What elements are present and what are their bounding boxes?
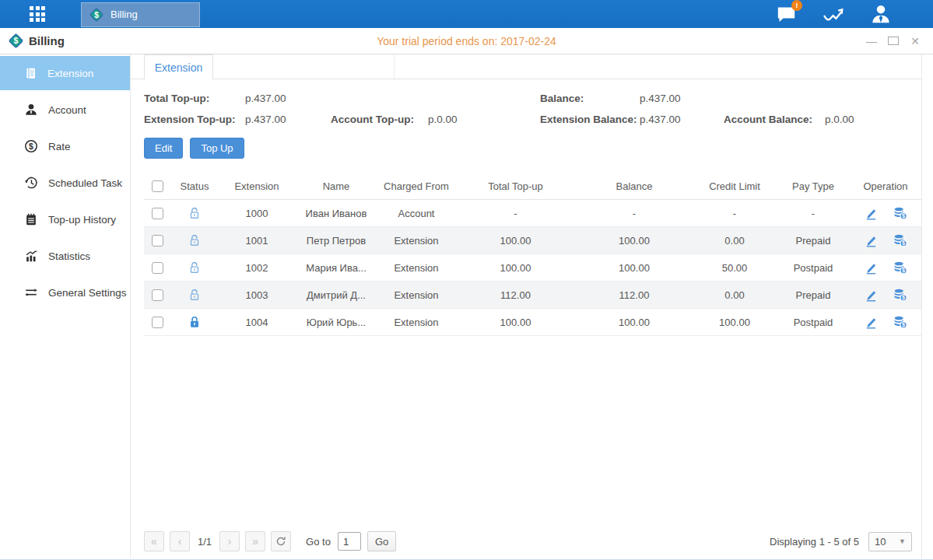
- svg-text:$: $: [902, 240, 905, 247]
- sidebar-item-account[interactable]: Account: [0, 93, 130, 127]
- app-launcher-icon[interactable]: [30, 6, 45, 22]
- sidebar: Extension Account $ Rate Scheduled Task: [0, 54, 131, 558]
- sidebar-item-label: Extension: [47, 68, 93, 79]
- go-button[interactable]: Go: [367, 531, 396, 551]
- user-account-icon[interactable]: [869, 2, 893, 26]
- trial-notice: Your trial period ends on: 2017-02-24: [0, 35, 933, 47]
- table-row: 1003 Дмитрий Д... Extension 112.00 112.0…: [144, 282, 921, 309]
- edit-row-icon[interactable]: [864, 261, 879, 275]
- top-up-row-icon[interactable]: $: [893, 260, 908, 275]
- top-up-row-icon[interactable]: $: [893, 205, 908, 221]
- top-up-row-icon[interactable]: $: [893, 314, 908, 330]
- edit-row-icon[interactable]: [864, 288, 879, 303]
- sidebar-item-statistics[interactable]: Statistics: [0, 239, 130, 273]
- top-up-row-icon[interactable]: $: [893, 287, 908, 303]
- cell-credit-limit: 50.00: [693, 262, 777, 274]
- first-page-button[interactable]: «: [144, 531, 164, 551]
- maximize-button[interactable]: [888, 37, 899, 45]
- tab-extension[interactable]: Extension: [144, 54, 213, 79]
- billing-app-window: $ Billing !: [0, 0, 933, 560]
- balance-value: p.437.00: [640, 93, 724, 104]
- row-checkbox[interactable]: [152, 262, 163, 274]
- sidebar-item-topup-history[interactable]: Top-up History: [0, 202, 130, 236]
- svg-text:$: $: [94, 10, 99, 19]
- cell-credit-limit: 100.00: [693, 317, 777, 328]
- goto-page-input[interactable]: [338, 532, 361, 551]
- col-pay-type: Pay Type: [777, 180, 850, 192]
- cell-credit-limit: 0.00: [693, 289, 777, 301]
- page-size-value: 10: [875, 536, 886, 548]
- page-indicator: 1/1: [198, 536, 212, 548]
- goto-label: Go to: [306, 536, 331, 548]
- ledger-icon: [24, 66, 37, 80]
- edit-row-icon[interactable]: [864, 206, 879, 221]
- cell-pay-type: Prepaid: [777, 289, 850, 301]
- close-button[interactable]: ✕: [910, 35, 921, 47]
- svg-text:$: $: [902, 213, 905, 219]
- cell-charged-from: Extension: [377, 235, 455, 247]
- history-clock-icon: [24, 176, 38, 190]
- col-balance: Balance: [576, 180, 693, 192]
- edit-row-icon[interactable]: [864, 315, 879, 330]
- top-up-button[interactable]: Top Up: [190, 138, 244, 159]
- cell-charged-from: Extension: [377, 317, 455, 328]
- cell-name: Дмитрий Д...: [295, 289, 377, 301]
- sidebar-item-label: Scheduled Task: [48, 177, 122, 189]
- cell-extension: 1002: [219, 262, 295, 274]
- minimize-button[interactable]: —: [866, 35, 877, 47]
- unlocked-icon: [170, 261, 219, 275]
- svg-text:$: $: [902, 322, 905, 328]
- unlocked-icon: [170, 288, 219, 302]
- sidebar-item-general-settings[interactable]: General Settings: [0, 275, 130, 310]
- sidebar-item-scheduled-task[interactable]: Scheduled Task: [0, 166, 130, 200]
- top-up-row-icon[interactable]: $: [893, 233, 908, 248]
- extension-balance-label: Extension Balance:: [540, 114, 640, 125]
- next-page-button[interactable]: ›: [219, 531, 240, 551]
- sidebar-item-label: Account: [48, 104, 86, 116]
- main-content: Extension Total Top-up: p.437.00 Balance…: [131, 54, 922, 558]
- cell-pay-type: -: [777, 208, 850, 219]
- extension-table: Status Extension Name Charged From Total…: [144, 173, 921, 336]
- billing-tab-label: Billing: [110, 9, 138, 20]
- row-checkbox[interactable]: [152, 289, 163, 301]
- statistics-chart-icon[interactable]: [822, 2, 845, 26]
- notification-badge: !: [791, 0, 802, 11]
- svg-text:$: $: [902, 295, 905, 301]
- cell-name: Мария Ива...: [295, 262, 377, 274]
- sidebar-item-rate[interactable]: $ Rate: [0, 129, 130, 163]
- col-total-topup: Total Top-up: [455, 180, 576, 192]
- cell-balance: 112.00: [576, 289, 693, 301]
- window-title-bar: $ Billing Your trial period ends on: 201…: [0, 28, 933, 54]
- cell-pay-type: Postpaid: [777, 262, 850, 274]
- row-checkbox[interactable]: [152, 235, 163, 247]
- cell-charged-from: Account: [377, 208, 455, 219]
- table-row: 1004 Юрий Юрь... Extension 100.00 100.00…: [144, 309, 921, 336]
- sidebar-item-label: Top-up History: [48, 214, 116, 226]
- cell-extension: 1004: [219, 317, 295, 328]
- edit-row-icon[interactable]: [864, 233, 879, 248]
- unlocked-icon: [170, 206, 219, 220]
- sidebar-item-label: General Settings: [48, 287, 127, 299]
- sidebar-item-extension[interactable]: Extension: [0, 56, 130, 90]
- edit-button[interactable]: Edit: [144, 138, 183, 159]
- col-extension: Extension: [219, 180, 295, 192]
- cell-balance: 100.00: [576, 317, 693, 328]
- refresh-button[interactable]: [271, 531, 291, 551]
- row-checkbox[interactable]: [152, 208, 163, 219]
- cell-total-topup: 112.00: [455, 289, 576, 301]
- select-all-checkbox[interactable]: [152, 180, 163, 192]
- cell-total-topup: 100.00: [455, 317, 576, 328]
- billing-app-tab[interactable]: $ Billing: [81, 2, 200, 27]
- row-checkbox[interactable]: [152, 317, 163, 328]
- account-balance-label: Account Balance:: [724, 114, 825, 125]
- prev-page-button[interactable]: ‹: [170, 531, 190, 551]
- page-size-dropdown[interactable]: 10 ▼: [868, 532, 912, 551]
- extension-balance-value: p.437.00: [640, 114, 724, 125]
- billing-diamond-icon: $: [8, 33, 24, 49]
- person-icon: [24, 103, 38, 117]
- cell-charged-from: Extension: [377, 262, 455, 274]
- last-page-button[interactable]: »: [245, 531, 265, 551]
- messages-icon[interactable]: !: [774, 2, 798, 26]
- cell-balance: 100.00: [576, 235, 693, 247]
- cell-name: Иван Иванов: [295, 208, 377, 219]
